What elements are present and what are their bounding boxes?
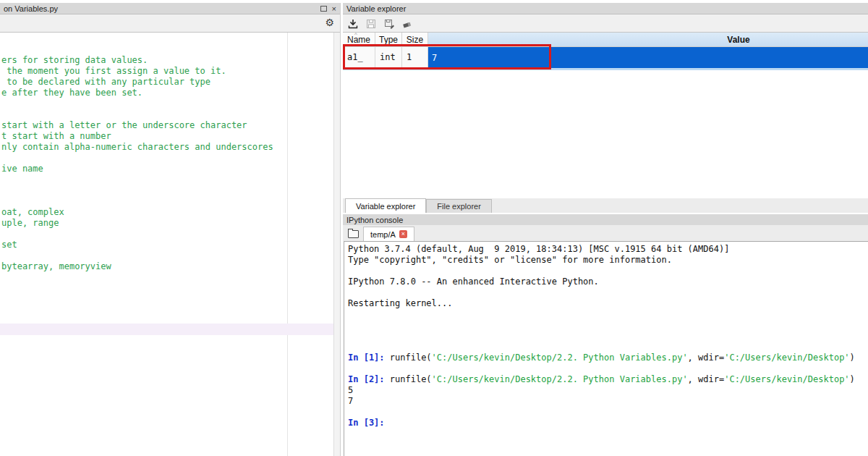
- console-line: 7: [348, 396, 868, 407]
- console-line: 5: [348, 385, 868, 396]
- console-line: [348, 320, 868, 331]
- column-header-size-label: Size: [407, 35, 423, 45]
- editor-scrollbar[interactable]: [333, 33, 340, 456]
- ipython-console-title: IPython console: [346, 216, 403, 224]
- cell-variable-name[interactable]: a1_: [343, 47, 375, 68]
- console-output[interactable]: Python 3.7.4 (default, Aug 9 2019, 18:34…: [344, 241, 868, 456]
- console-tab-close-icon[interactable]: ×: [399, 230, 407, 238]
- variable-explorer-title: Variable explorer: [346, 4, 406, 13]
- current-line-highlight: [0, 324, 333, 335]
- spyder-window: on Variables.py × ⚙ ers for storing data…: [0, 0, 868, 456]
- editor-pane-titlebar: on Variables.py ×: [0, 3, 340, 14]
- close-pane-icon[interactable]: ×: [332, 5, 336, 12]
- console-line: [348, 287, 868, 298]
- console-line: [348, 309, 868, 320]
- browse-working-directory-button[interactable]: [346, 227, 360, 240]
- console-line: IPython 7.8.0 -- An enhanced Interactive…: [348, 276, 868, 287]
- column-header-name-label: Name: [347, 35, 370, 45]
- console-line: [348, 266, 868, 276]
- variable-explorer-titlebar: Variable explorer: [343, 3, 868, 14]
- column-header-name[interactable]: ^ Name: [343, 33, 375, 47]
- editor-pane: on Variables.py × ⚙ ers for storing data…: [0, 3, 341, 456]
- console-line: [348, 342, 868, 352]
- console-line: [348, 363, 868, 374]
- console-line: Restarting kernel...: [348, 298, 868, 309]
- options-gear-icon[interactable]: ⚙: [325, 17, 334, 28]
- save-data-as-icon[interactable]: [383, 17, 396, 30]
- table-header-row: ^ Name Type Size Value: [343, 33, 868, 47]
- remove-variables-icon[interactable]: [401, 17, 414, 30]
- console-tab-label: temp/A: [370, 230, 396, 239]
- column-header-size[interactable]: Size: [402, 33, 428, 47]
- cell-variable-type[interactable]: int: [375, 47, 402, 68]
- editor-toolbar: ⚙: [0, 14, 340, 32]
- column-header-value-label: Value: [727, 35, 749, 45]
- console-line: Type "copyright", "credits" or "license"…: [348, 255, 868, 266]
- editor-pane-title: on Variables.py: [4, 4, 58, 13]
- tab-file-explorer[interactable]: File explorer: [426, 199, 492, 213]
- undock-icon[interactable]: [320, 6, 327, 12]
- column-header-type-label: Type: [379, 35, 398, 45]
- save-data-icon[interactable]: [365, 17, 378, 30]
- variable-explorer-table: ^ Name Type Size Value a1_ int 1 7: [343, 32, 868, 199]
- editor-code[interactable]: ers for storing data values. the moment …: [1, 55, 273, 272]
- ipython-console-titlebar: IPython console: [343, 214, 868, 226]
- console-line: Python 3.7.4 (default, Aug 9 2019, 18:34…: [348, 244, 868, 255]
- editor-edge-guide: [287, 33, 288, 456]
- console-tab-bar: temp/A ×: [343, 225, 868, 241]
- column-header-type[interactable]: Type: [375, 33, 402, 47]
- sort-ascending-icon: ^: [354, 31, 357, 38]
- console-line: [348, 331, 868, 342]
- console-line: [348, 407, 868, 418]
- cell-variable-size[interactable]: 1: [402, 47, 428, 68]
- table-row[interactable]: a1_ int 1 7: [343, 47, 868, 68]
- folder-icon: [348, 230, 359, 238]
- console-line: In [3]:: [348, 418, 868, 428]
- cell-variable-value[interactable]: 7: [428, 47, 868, 68]
- row-underline: [343, 68, 868, 70]
- console-tab-temp-a[interactable]: temp/A ×: [363, 227, 414, 241]
- console-line: In [1]: runfile('C:/Users/kevin/Desktop/…: [348, 352, 868, 363]
- right-panel: Variable explorer ^ Name: [343, 3, 868, 456]
- variable-explorer-toolbar: [343, 14, 868, 33]
- bottom-tab-bar: Variable explorer File explorer: [343, 198, 868, 213]
- tab-variable-explorer[interactable]: Variable explorer: [345, 198, 426, 213]
- column-header-value[interactable]: Value: [428, 33, 868, 47]
- editor-body[interactable]: ers for storing data values. the moment …: [0, 32, 340, 456]
- console-line: In [2]: runfile('C:/Users/kevin/Desktop/…: [348, 374, 868, 385]
- import-data-icon[interactable]: [346, 17, 359, 30]
